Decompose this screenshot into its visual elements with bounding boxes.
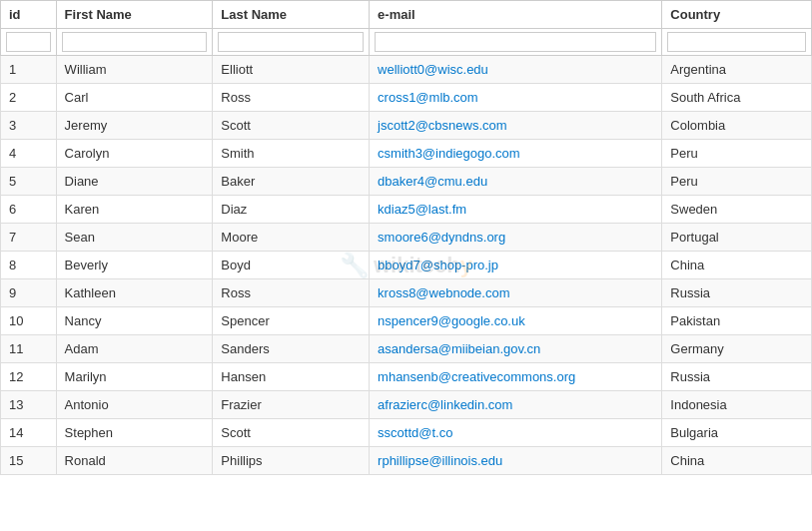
cell-lastname: Moore <box>213 224 370 252</box>
cell-firstname: Antonio <box>56 391 213 419</box>
cell-id: 14 <box>1 419 57 447</box>
cell-lastname: Sanders <box>213 335 370 363</box>
email-link[interactable]: welliott0@wisc.edu <box>378 62 488 77</box>
cell-email[interactable]: dbaker4@cmu.edu <box>370 168 662 196</box>
cell-id: 10 <box>1 307 57 335</box>
cell-lastname: Hansen <box>213 363 370 391</box>
cell-country: South Africa <box>662 84 812 112</box>
filter-row <box>1 29 812 56</box>
cell-lastname: Frazier <box>213 391 370 419</box>
cell-id: 3 <box>1 112 57 140</box>
cell-email[interactable]: nspencer9@google.co.uk <box>370 307 662 335</box>
cell-country: Peru <box>662 168 812 196</box>
cell-email[interactable]: asandersa@miibeian.gov.cn <box>370 335 662 363</box>
data-table: id First Name Last Name e-mail Country 1… <box>0 0 812 475</box>
cell-firstname: Beverly <box>56 252 213 279</box>
cell-id: 5 <box>1 168 57 196</box>
col-header-email: e-mail <box>370 1 662 29</box>
cell-email[interactable]: rphillipse@illinois.edu <box>370 447 662 475</box>
cell-country: Pakistan <box>662 307 812 335</box>
email-link[interactable]: cross1@mlb.com <box>378 90 478 105</box>
cell-email[interactable]: jscott2@cbsnews.com <box>370 112 662 140</box>
email-link[interactable]: kross8@webnode.com <box>378 285 509 300</box>
email-link[interactable]: rphillipse@illinois.edu <box>378 453 502 468</box>
email-link[interactable]: mhansenb@creativecommons.org <box>378 369 575 384</box>
cell-id: 15 <box>1 447 57 475</box>
cell-country: Portugal <box>662 224 812 252</box>
cell-lastname: Diaz <box>213 196 370 224</box>
cell-firstname: Adam <box>56 335 213 363</box>
cell-firstname: Carolyn <box>56 140 213 168</box>
table-row: 12MarilynHansenmhansenb@creativecommons.… <box>1 363 812 391</box>
filter-lastname[interactable] <box>218 32 364 52</box>
table-row: 2CarlRosscross1@mlb.comSouth Africa <box>1 84 812 112</box>
cell-email[interactable]: kross8@webnode.com <box>370 279 662 307</box>
email-link[interactable]: bboyd7@shop-pro.jp <box>378 258 498 272</box>
cell-firstname: Carl <box>56 84 213 112</box>
email-link[interactable]: asandersa@miibeian.gov.cn <box>378 341 540 356</box>
table-row: 5DianeBakerdbaker4@cmu.eduPeru <box>1 168 812 196</box>
filter-id[interactable] <box>6 32 51 52</box>
cell-email[interactable]: kdiaz5@last.fm <box>370 196 662 224</box>
email-link[interactable]: smoore6@dyndns.org <box>378 230 505 245</box>
table-row: 1WilliamElliottwelliott0@wisc.eduArgenti… <box>1 56 812 84</box>
header-row: id First Name Last Name e-mail Country <box>1 1 812 29</box>
col-header-lastname: Last Name <box>213 1 370 29</box>
cell-country: Germany <box>662 335 812 363</box>
table-row: 3JeremyScottjscott2@cbsnews.comColombia <box>1 112 812 140</box>
cell-lastname: Smith <box>213 140 370 168</box>
email-link[interactable]: jscott2@cbsnews.com <box>378 118 507 133</box>
cell-firstname: Jeremy <box>56 112 213 140</box>
cell-country: Sweden <box>662 196 812 224</box>
table-container[interactable]: 🔧 wikitechy id First Name Last Name e-ma… <box>0 0 812 531</box>
cell-country: China <box>662 447 812 475</box>
cell-id: 8 <box>1 252 57 279</box>
table-row: 4CarolynSmithcsmith3@indiegogo.comPeru <box>1 140 812 168</box>
email-link[interactable]: afrazierc@linkedin.com <box>378 397 512 412</box>
filter-firstname[interactable] <box>62 32 208 52</box>
table-row: 15RonaldPhillipsrphillipse@illinois.eduC… <box>1 447 812 475</box>
cell-email[interactable]: welliott0@wisc.edu <box>370 56 662 84</box>
filter-country[interactable] <box>667 32 806 52</box>
cell-country: Russia <box>662 279 812 307</box>
cell-email[interactable]: csmith3@indiegogo.com <box>370 140 662 168</box>
cell-firstname: William <box>56 56 213 84</box>
cell-lastname: Ross <box>213 84 370 112</box>
cell-id: 13 <box>1 391 57 419</box>
cell-country: Argentina <box>662 56 812 84</box>
cell-email[interactable]: smoore6@dyndns.org <box>370 224 662 252</box>
email-link[interactable]: nspencer9@google.co.uk <box>378 313 525 328</box>
cell-email[interactable]: bboyd7@shop-pro.jp <box>370 252 662 279</box>
cell-lastname: Baker <box>213 168 370 196</box>
cell-id: 1 <box>1 56 57 84</box>
cell-email[interactable]: sscottd@t.co <box>370 419 662 447</box>
cell-lastname: Elliott <box>213 56 370 84</box>
cell-firstname: Sean <box>56 224 213 252</box>
table-row: 10NancySpencernspencer9@google.co.ukPaki… <box>1 307 812 335</box>
cell-id: 11 <box>1 335 57 363</box>
col-header-id: id <box>1 1 57 29</box>
table-row: 8BeverlyBoydbboyd7@shop-pro.jpChina <box>1 252 812 279</box>
col-header-firstname: First Name <box>56 1 213 29</box>
cell-firstname: Kathleen <box>56 279 213 307</box>
email-link[interactable]: sscottd@t.co <box>378 425 452 440</box>
cell-email[interactable]: afrazierc@linkedin.com <box>370 391 662 419</box>
table-body: 1WilliamElliottwelliott0@wisc.eduArgenti… <box>1 56 812 475</box>
cell-country: Russia <box>662 363 812 391</box>
cell-email[interactable]: mhansenb@creativecommons.org <box>370 363 662 391</box>
cell-id: 6 <box>1 196 57 224</box>
cell-country: Bulgaria <box>662 419 812 447</box>
cell-firstname: Stephen <box>56 419 213 447</box>
cell-lastname: Scott <box>213 419 370 447</box>
filter-email[interactable] <box>375 32 656 52</box>
cell-firstname: Marilyn <box>56 363 213 391</box>
cell-firstname: Ronald <box>56 447 213 475</box>
email-link[interactable]: dbaker4@cmu.edu <box>378 174 487 189</box>
cell-firstname: Karen <box>56 196 213 224</box>
email-link[interactable]: csmith3@indiegogo.com <box>378 146 520 161</box>
col-header-country: Country <box>662 1 812 29</box>
cell-email[interactable]: cross1@mlb.com <box>370 84 662 112</box>
email-link[interactable]: kdiaz5@last.fm <box>378 202 466 217</box>
table-row: 13AntonioFrazierafrazierc@linkedin.comIn… <box>1 391 812 419</box>
cell-firstname: Diane <box>56 168 213 196</box>
